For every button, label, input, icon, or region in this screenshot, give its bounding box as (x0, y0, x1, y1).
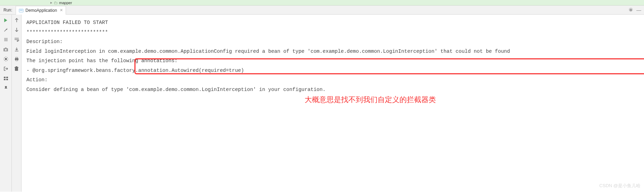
scroll-to-end-icon[interactable] (14, 47, 19, 52)
run-icon[interactable] (3, 17, 9, 23)
main-area: APPLICATION FAILED TO START ************… (0, 15, 644, 192)
console-line: Action: (26, 75, 644, 85)
svg-rect-13 (16, 57, 18, 58)
soft-wrap-icon[interactable] (14, 37, 19, 42)
gear-icon[interactable] (628, 7, 634, 14)
console-output[interactable]: APPLICATION FAILED TO START ************… (22, 15, 644, 192)
console-line: APPLICATION FAILED TO START (26, 18, 644, 28)
run-header: Run: DemoApplication ✕ — (0, 6, 644, 15)
chevron-right-icon: ▸ (50, 0, 52, 5)
console-line: Field loginInterception in com.example.d… (26, 47, 644, 57)
down-arrow-icon[interactable] (14, 27, 19, 33)
up-arrow-icon[interactable] (14, 17, 19, 23)
pin-icon[interactable] (3, 85, 9, 91)
layout-icon[interactable] (3, 76, 9, 81)
svg-point-6 (5, 49, 7, 51)
project-tree-bar: ▸ 🗀 mapper (0, 0, 644, 6)
svg-rect-5 (5, 48, 7, 49)
console-line: *************************** (26, 28, 644, 37)
svg-rect-16 (15, 67, 18, 68)
minimize-icon[interactable]: — (636, 7, 641, 13)
console-line: - @org.springframework.beans.factory.ann… (26, 66, 644, 76)
svg-rect-9 (6, 77, 8, 78)
run-tab-name: DemoApplication (25, 8, 57, 13)
run-tab[interactable]: DemoApplication ✕ (16, 6, 66, 15)
folder-item[interactable]: ▸ 🗀 mapper (50, 0, 72, 5)
left-gutter-secondary (12, 15, 22, 192)
console-line: The injection point has the following an… (26, 56, 644, 66)
stop-icon[interactable] (3, 37, 9, 42)
svg-rect-17 (16, 66, 17, 67)
svg-rect-15 (15, 68, 18, 71)
svg-rect-14 (16, 60, 18, 61)
print-icon[interactable] (14, 56, 19, 62)
folder-name: mapper (59, 1, 72, 5)
bug-gear-icon[interactable] (3, 56, 9, 62)
svg-rect-11 (6, 79, 8, 80)
trash-icon[interactable] (14, 66, 19, 72)
console-line: Description: (26, 37, 644, 47)
annotation-text: 大概意思是找不到我们自定义的拦截器类 (305, 93, 436, 107)
svg-rect-10 (4, 79, 6, 80)
close-icon[interactable]: ✕ (60, 8, 63, 12)
svg-rect-3 (4, 38, 8, 41)
camera-icon[interactable] (3, 47, 9, 52)
exit-icon[interactable] (3, 66, 9, 72)
wrench-icon[interactable] (3, 27, 9, 33)
left-gutter-primary (0, 15, 12, 192)
spring-run-icon (19, 8, 24, 13)
svg-point-7 (5, 58, 7, 60)
watermark: CSDN @是小鱼儿哈 (599, 182, 641, 190)
svg-rect-8 (4, 77, 6, 78)
run-label: Run: (0, 8, 16, 12)
folder-icon: 🗀 (54, 1, 58, 5)
svg-rect-1 (20, 10, 23, 10)
svg-rect-2 (20, 10, 23, 11)
